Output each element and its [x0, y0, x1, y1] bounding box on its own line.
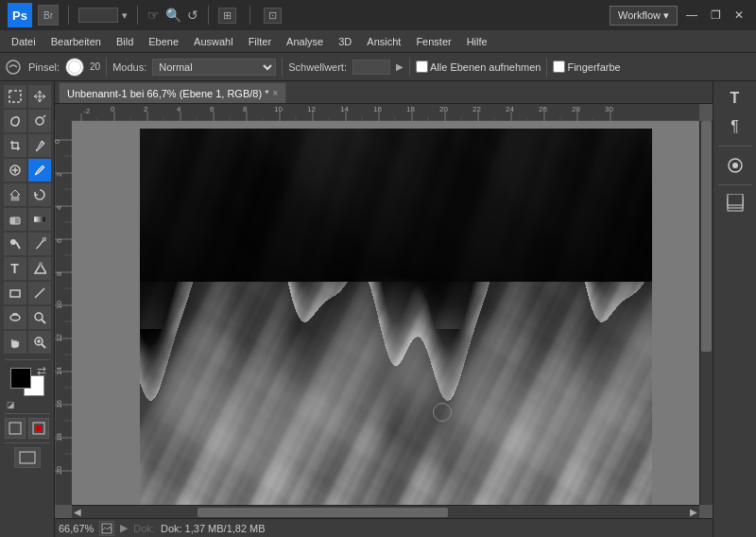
quick-select-tool[interactable] [28, 110, 51, 132]
foreground-color-swatch[interactable] [10, 368, 31, 389]
shape-tool[interactable] [4, 282, 26, 304]
fingerfarbe-checkbox[interactable] [553, 61, 565, 73]
menu-hilfe[interactable]: Hilfe [459, 34, 495, 49]
menu-bild[interactable]: Bild [109, 34, 141, 49]
maximize-btn[interactable]: ❐ [706, 9, 726, 22]
tool-separator-2 [5, 413, 50, 414]
status-img-icon[interactable] [99, 521, 114, 536]
tab-title: Unbenannt-1 bei 66,7% (Ebene 1, RGB/8) * [67, 88, 268, 99]
healing-tool[interactable] [4, 159, 26, 182]
menu-auswahl[interactable]: Auswahl [186, 34, 241, 49]
rotate-btn[interactable]: ↺ [187, 8, 198, 23]
tab-close-btn[interactable]: × [272, 88, 278, 98]
scrollbar-bottom[interactable]: ◀ ▶ [72, 505, 699, 518]
brush-size-label: 20 [90, 61, 100, 72]
doc-area: Unbenannt-1 bei 66,7% (Ebene 1, RGB/8) *… [55, 81, 713, 537]
swap-colors-btn[interactable]: ⇄ [37, 364, 46, 377]
3d-zoom-tool[interactable] [28, 306, 51, 329]
hand-tool-btn[interactable]: ☞ [147, 8, 160, 23]
svg-rect-4 [11, 198, 19, 200]
close-btn[interactable]: ✕ [730, 9, 748, 22]
move-tool[interactable] [28, 85, 51, 108]
lasso-tool[interactable] [4, 110, 26, 132]
text-panel-btn[interactable]: T [722, 85, 748, 112]
svg-text:4: 4 [55, 205, 63, 210]
optionsbar: Pinsel: 20 Modus: Normal Multiplizieren … [0, 53, 756, 81]
hand-tool[interactable] [4, 331, 26, 354]
menu-ebene[interactable]: Ebene [141, 34, 186, 49]
3d-rotate-tool[interactable] [4, 306, 26, 329]
workflow-button[interactable]: Workflow ▾ [610, 6, 678, 26]
path-select-tool[interactable] [28, 257, 51, 280]
svg-point-13 [35, 313, 43, 320]
svg-text:18: 18 [55, 433, 63, 442]
type-tool[interactable]: T [4, 257, 26, 280]
flame-canvas[interactable] [140, 129, 652, 505]
crop-tool[interactable] [4, 134, 26, 157]
modus-label: Modus: [112, 61, 146, 73]
fingerfarbe-checkbox-label[interactable]: Fingerfarbe [553, 61, 620, 73]
standard-mode-btn[interactable] [5, 418, 26, 439]
default-colors-btn[interactable]: ◪ [7, 400, 15, 409]
view-btn[interactable]: ⊞ [218, 8, 236, 24]
dodge-tool[interactable] [4, 233, 26, 255]
scroll-left-arrow[interactable]: ◀ [74, 507, 81, 517]
schwellwert-input[interactable]: 61% [352, 60, 390, 75]
layers-panel-btn[interactable] [722, 191, 748, 217]
line-tool[interactable] [28, 282, 51, 304]
main-area: T [0, 81, 756, 537]
zoom-control: 66,7 ▾ [78, 8, 128, 23]
brush-tool[interactable] [28, 159, 51, 182]
menu-3d[interactable]: 3D [331, 34, 359, 49]
paragraph-panel-btn[interactable]: ¶ [722, 113, 748, 140]
zoom-tool-btn[interactable]: 🔍 [165, 8, 181, 23]
canvas-image[interactable] [140, 129, 652, 505]
screen-mode-btn[interactable] [14, 447, 41, 468]
svg-text:14: 14 [55, 367, 63, 375]
status-arrow[interactable]: ▶ [120, 522, 128, 534]
zoom-arrow[interactable]: ▾ [122, 9, 128, 22]
brush-panel-btn[interactable] [722, 152, 748, 179]
canvas-wrapper[interactable]: -2 0 2 4 6 8 10 12 [55, 104, 713, 518]
schwellwert-arrow[interactable]: ▶ [396, 61, 404, 72]
menu-datei[interactable]: Datei [4, 34, 43, 49]
eyedropper-tool[interactable] [28, 134, 51, 157]
right-panel: T ¶ [713, 81, 756, 537]
alle-ebenen-checkbox-label[interactable]: Alle Ebenen aufnehmen [416, 61, 541, 73]
zoom-input[interactable]: 66,7 [78, 8, 118, 23]
minimize-btn[interactable]: — [681, 9, 702, 22]
document-tab[interactable]: Unbenannt-1 bei 66,7% (Ebene 1, RGB/8) *… [59, 82, 286, 103]
scrollbar-right[interactable] [699, 121, 713, 505]
smudge-tool-icon[interactable] [4, 58, 23, 77]
menu-bearbeiten[interactable]: Bearbeiten [43, 34, 109, 49]
ps-logo[interactable]: Ps [8, 3, 32, 27]
br-logo[interactable]: Br [38, 5, 59, 26]
menu-filter[interactable]: Filter [241, 34, 279, 49]
modus-select[interactable]: Normal Multiplizieren Negativ multiplizi… [152, 59, 276, 76]
eraser-tool[interactable] [4, 208, 26, 231]
canvas-inner[interactable] [72, 121, 699, 505]
menu-ansicht[interactable]: Ansicht [359, 34, 408, 49]
scroll-right-arrow[interactable]: ▶ [690, 507, 697, 517]
svg-rect-1 [9, 91, 21, 102]
clone-stamp-tool[interactable] [4, 183, 26, 206]
marquee-tool[interactable] [4, 85, 26, 108]
quick-mask-btn[interactable] [28, 418, 49, 439]
opt-sep4 [546, 58, 547, 77]
svg-text:-2: -2 [83, 107, 91, 115]
menu-fenster[interactable]: Fenster [408, 34, 458, 49]
ruler-vertical: 0 2 4 6 8 10 12 14 [55, 121, 72, 505]
brush-preview[interactable] [65, 58, 84, 77]
scroll-thumb-h[interactable] [198, 508, 449, 517]
workflow-arrow: ▾ [663, 9, 669, 22]
menu-analyse[interactable]: Analyse [279, 34, 331, 49]
svg-rect-11 [10, 290, 20, 297]
scroll-thumb-v[interactable] [701, 121, 712, 352]
pen-tool[interactable] [28, 233, 51, 255]
color-swatch-area: ⇄ ◪ [5, 364, 50, 409]
alle-ebenen-checkbox[interactable] [416, 61, 428, 73]
history-brush-tool[interactable] [28, 183, 51, 206]
gradient-tool[interactable] [28, 208, 51, 231]
zoom-tool[interactable] [28, 331, 51, 354]
view-btn2[interactable]: ⊡ [264, 8, 282, 24]
